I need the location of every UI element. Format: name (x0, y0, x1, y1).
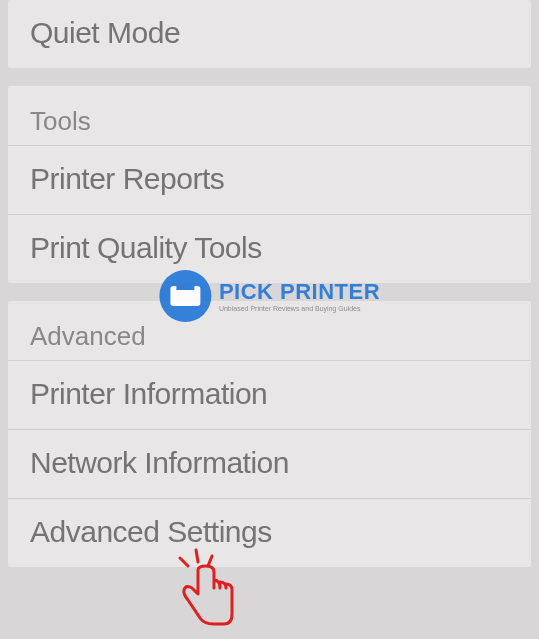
section-header-tools: Tools (8, 86, 531, 145)
section-tools: Tools Printer Reports Print Quality Tool… (8, 86, 531, 283)
watermark-title: PICK PRINTER (219, 281, 380, 303)
menu-item-quiet-mode[interactable]: Quiet Mode (8, 0, 531, 68)
section-advanced: Advanced Printer Information Network Inf… (8, 301, 531, 567)
menu-item-network-information[interactable]: Network Information (8, 429, 531, 498)
section-header-advanced: Advanced (8, 301, 531, 360)
menu-item-advanced-settings[interactable]: Advanced Settings (8, 498, 531, 567)
menu-item-printer-reports[interactable]: Printer Reports (8, 145, 531, 214)
menu-item-print-quality-tools[interactable]: Print Quality Tools (8, 214, 531, 283)
menu-item-printer-information[interactable]: Printer Information (8, 360, 531, 429)
section-general: Quiet Mode (8, 0, 531, 68)
